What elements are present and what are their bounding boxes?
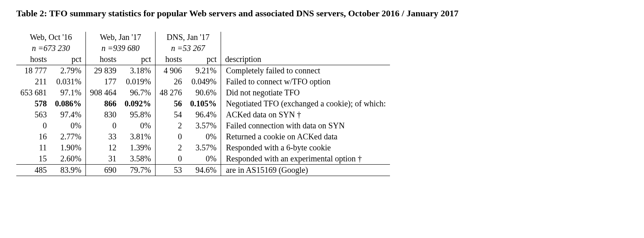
hosts-cell: 56 xyxy=(156,98,186,109)
pct-cell: 3.57% xyxy=(186,120,221,131)
hosts-cell: 48 276 xyxy=(156,87,186,98)
col-hosts-1: hosts xyxy=(86,54,121,65)
table-row: 5780.086%8660.092%560.105%Negotiated TFO… xyxy=(16,98,390,109)
table-caption: Table 2: TFO summary statistics for popu… xyxy=(16,8,628,19)
table-row: 56397.4%83095.8%5496.4%ACKed data on SYN… xyxy=(16,109,390,120)
hosts-cell: 54 xyxy=(156,109,186,120)
pct-cell: 0.031% xyxy=(51,76,86,87)
description-cell: Completely failed to connect xyxy=(221,65,390,77)
col-pct-0: pct xyxy=(51,54,86,65)
col-pct-2: pct xyxy=(186,54,221,65)
hosts-cell: 0 xyxy=(156,131,186,142)
hosts-cell: 866 xyxy=(86,98,121,109)
description-cell: Returned a cookie on ACKed data xyxy=(221,131,390,142)
col-pct-1: pct xyxy=(120,54,156,65)
pct-cell: 2.60% xyxy=(51,153,86,165)
pct-cell: 0.086% xyxy=(51,98,86,109)
col-hosts-2: hosts xyxy=(156,54,186,65)
hosts-cell: 211 xyxy=(16,76,51,87)
table-row: 48583.9%69079.7%5394.6%are in AS15169 (G… xyxy=(16,165,390,176)
hosts-cell: 11 xyxy=(16,142,51,153)
description-cell: are in AS15169 (Google) xyxy=(221,165,390,176)
pct-cell: 1.39% xyxy=(120,142,156,153)
pct-cell: 0.049% xyxy=(186,76,221,87)
hosts-cell: 16 xyxy=(16,131,51,142)
col-desc: description xyxy=(221,54,390,65)
pct-cell: 3.81% xyxy=(120,131,156,142)
group-n-row: n =673 230 n =939 680 n =53 267 xyxy=(16,43,390,54)
pct-cell: 0% xyxy=(51,120,86,131)
description-cell: Responded with a 6-byte cookie xyxy=(221,142,390,153)
hosts-cell: 31 xyxy=(86,153,121,165)
description-cell: Negotiated TFO (exchanged a cookie); of … xyxy=(221,98,390,109)
pct-cell: 96.4% xyxy=(186,109,221,120)
hosts-cell: 485 xyxy=(16,165,51,176)
group-n-desc xyxy=(221,43,390,54)
pct-cell: 1.90% xyxy=(51,142,86,153)
hosts-cell: 18 777 xyxy=(16,65,51,77)
pct-cell: 90.6% xyxy=(186,87,221,98)
description-cell: Failed to connect w/TFO option xyxy=(221,76,390,87)
description-cell: ACKed data on SYN † xyxy=(221,109,390,120)
hosts-cell: 690 xyxy=(86,165,121,176)
hosts-cell: 29 839 xyxy=(86,65,121,77)
group-header-0: Web, Oct '16 xyxy=(16,32,86,43)
pct-cell: 79.7% xyxy=(120,165,156,176)
pct-cell: 3.18% xyxy=(120,65,156,77)
hosts-cell: 578 xyxy=(16,98,51,109)
hosts-cell: 15 xyxy=(16,153,51,165)
pct-cell: 0.019% xyxy=(120,76,156,87)
group-label-row: Web, Oct '16 Web, Jan '17 DNS, Jan '17 xyxy=(16,32,390,43)
hosts-cell: 4 906 xyxy=(156,65,186,77)
column-label-row: hosts pct hosts pct hosts pct descriptio… xyxy=(16,54,390,65)
table-row: 162.77%333.81%00%Returned a cookie on AC… xyxy=(16,131,390,142)
pct-cell: 0% xyxy=(186,131,221,142)
pct-cell: 83.9% xyxy=(51,165,86,176)
hosts-cell: 830 xyxy=(86,109,121,120)
pct-cell: 96.7% xyxy=(120,87,156,98)
data-table: Web, Oct '16 Web, Jan '17 DNS, Jan '17 n… xyxy=(16,32,390,176)
table-row: 00%00%23.57%Failed connection with data … xyxy=(16,120,390,131)
pct-cell: 3.58% xyxy=(120,153,156,165)
hosts-cell: 2 xyxy=(156,142,186,153)
pct-cell: 95.8% xyxy=(120,109,156,120)
pct-cell: 3.57% xyxy=(186,142,221,153)
pct-cell: 97.4% xyxy=(51,109,86,120)
pct-cell: 0.092% xyxy=(120,98,156,109)
hosts-cell: 653 681 xyxy=(16,87,51,98)
pct-cell: 0.105% xyxy=(186,98,221,109)
pct-cell: 2.77% xyxy=(51,131,86,142)
table-row: 111.90%121.39%23.57%Responded with a 6-b… xyxy=(16,142,390,153)
hosts-cell: 0 xyxy=(156,153,186,165)
pct-cell: 0% xyxy=(120,120,156,131)
group-header-1: Web, Jan '17 xyxy=(86,32,156,43)
pct-cell: 94.6% xyxy=(186,165,221,176)
pct-cell: 97.1% xyxy=(51,87,86,98)
table-row: 653 68197.1%908 46496.7%48 27690.6%Did n… xyxy=(16,87,390,98)
group-n-0: n =673 230 xyxy=(16,43,86,54)
table-header: Web, Oct '16 Web, Jan '17 DNS, Jan '17 n… xyxy=(16,32,390,65)
hosts-cell: 908 464 xyxy=(86,87,121,98)
pct-cell: 2.79% xyxy=(51,65,86,77)
col-hosts-0: hosts xyxy=(16,54,51,65)
hosts-cell: 12 xyxy=(86,142,121,153)
description-cell: Failed connection with data on SYN xyxy=(221,120,390,131)
group-header-desc xyxy=(221,32,390,43)
hosts-cell: 2 xyxy=(156,120,186,131)
hosts-cell: 177 xyxy=(86,76,121,87)
table-row: 2110.031%1770.019%260.049%Failed to conn… xyxy=(16,76,390,87)
group-n-2: n =53 267 xyxy=(156,43,221,54)
hosts-cell: 26 xyxy=(156,76,186,87)
group-header-2: DNS, Jan '17 xyxy=(156,32,221,43)
group-n-1: n =939 680 xyxy=(86,43,156,54)
hosts-cell: 53 xyxy=(156,165,186,176)
table-row: 152.60%313.58%00%Responded with an exper… xyxy=(16,153,390,165)
hosts-cell: 0 xyxy=(16,120,51,131)
hosts-cell: 563 xyxy=(16,109,51,120)
description-cell: Responded with an experimental option † xyxy=(221,153,390,165)
pct-cell: 0% xyxy=(186,153,221,165)
table-body: 18 7772.79%29 8393.18%4 9069.21%Complete… xyxy=(16,65,390,176)
description-cell: Did not negotiate TFO xyxy=(221,87,390,98)
hosts-cell: 0 xyxy=(86,120,121,131)
hosts-cell: 33 xyxy=(86,131,121,142)
